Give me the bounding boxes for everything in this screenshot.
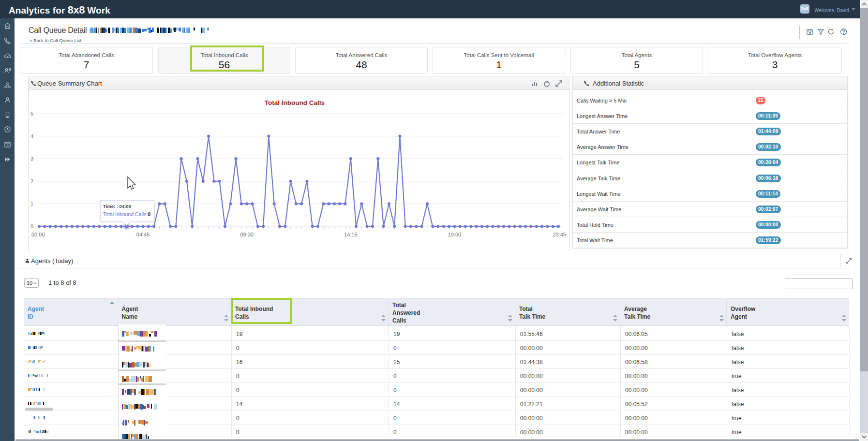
svg-text:1: 1 <box>30 201 33 206</box>
svg-text:Total Inbound Calls: Total Inbound Calls <box>265 99 325 106</box>
svg-text:19:00: 19:00 <box>448 232 462 237</box>
svg-text:Time: : 04:00: Time: : 04:00 <box>103 204 131 209</box>
svg-text:00:00: 00:00 <box>31 232 45 237</box>
svg-text:23:45: 23:45 <box>553 232 566 237</box>
svg-text:5: 5 <box>30 111 33 117</box>
svg-text:3: 3 <box>30 156 33 162</box>
svg-text:0: 0 <box>30 223 33 229</box>
svg-text:4: 4 <box>30 133 33 139</box>
svg-text:2: 2 <box>30 178 33 184</box>
svg-text:09:30: 09:30 <box>240 232 254 237</box>
svg-text:04:45: 04:45 <box>136 232 150 237</box>
svg-text:Total Inbound Calls:0: Total Inbound Calls:0 <box>103 211 150 217</box>
svg-text:14:15: 14:15 <box>344 232 358 237</box>
